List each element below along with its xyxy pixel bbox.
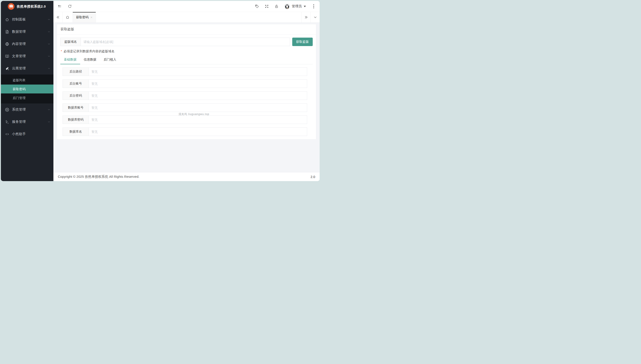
more-menu-icon[interactable] <box>312 4 316 8</box>
sidebar-item-control-panel[interactable]: 控制面板 <box>1 13 54 26</box>
sidebar-item-get-password[interactable]: 获取密码 <box>1 84 54 94</box>
sidebar-nav: 控制面板 数据管理 <box>1 12 54 181</box>
field-row: 数据库名 <box>62 128 307 136</box>
app-logo: 孜然单授权系统2.0 <box>1 1 54 12</box>
tab-bar: 获取密码 × <box>54 12 320 23</box>
sidebar-item-label: 云黑管理 <box>12 66 48 70</box>
domain-row: 盗版域名 获取盗版 <box>60 38 313 46</box>
user-menu[interactable]: 管理员 <box>284 4 306 9</box>
logo-icon <box>8 3 14 10</box>
sidebar-item-label: 小然助手 <box>12 132 50 136</box>
get-pirate-button[interactable]: 获取盗版 <box>292 38 313 46</box>
sidebar-item-pirate-list[interactable]: 盗版列表 <box>1 76 54 84</box>
sidebar-item-data-management[interactable]: 数据管理 <box>1 26 54 38</box>
double-chevron-left-icon <box>56 15 60 19</box>
tab-label: 获取密码 <box>76 15 88 19</box>
close-tab-icon[interactable]: × <box>90 16 92 19</box>
hint-text: 必须是记录到数据库内容的盗版域名 <box>64 50 114 53</box>
fullscreen-icon[interactable] <box>265 4 269 8</box>
chevron-down-icon <box>48 18 50 21</box>
home-icon <box>5 18 9 22</box>
main-area: 管理员 <box>54 1 320 181</box>
tag-icon[interactable] <box>255 4 259 8</box>
tabbar-spacer <box>96 12 301 22</box>
domain-input[interactable] <box>81 38 290 46</box>
field-row: 后台账号 <box>62 80 307 88</box>
domain-input-group: 盗版域名 <box>60 38 290 46</box>
content-area: 获取盗版 盗版域名 获取盗版 *必须是记录到数据库内容的盗版域名 <box>54 23 320 172</box>
brush-icon: A <box>5 66 9 70</box>
field-row: 数据库账号 <box>62 104 307 112</box>
required-asterisk: * <box>61 50 62 53</box>
caret-down-icon <box>304 6 306 7</box>
backend-password-input[interactable] <box>89 92 307 100</box>
topbar: 管理员 <box>54 1 320 12</box>
chevron-down-icon <box>314 15 317 19</box>
sidebar-item-backdoor-management[interactable]: 后门管理 <box>1 94 54 102</box>
file-text-icon <box>5 30 9 34</box>
tab-options-button[interactable] <box>310 12 320 22</box>
service-icon <box>5 120 9 124</box>
footer: Copyright © 2025 孜然单授权系统 All Rights Rese… <box>54 172 320 181</box>
username: 管理员 <box>292 4 302 8</box>
tab-backdoor-implant[interactable]: 后门植入 <box>100 56 120 64</box>
field-label: 数据库账号 <box>62 104 89 112</box>
code-icon <box>5 132 9 136</box>
app-title: 孜然单授权系统2.0 <box>17 4 46 9</box>
sidebar-item-article-management[interactable]: 文章管理 <box>1 50 54 62</box>
sidebar-item-service-management[interactable]: 服务管理 <box>1 116 54 128</box>
domain-label: 盗版域名 <box>60 38 81 46</box>
field-label: 数据库密码 <box>62 116 89 124</box>
card-body: 盗版域名 获取盗版 *必须是记录到数据库内容的盗版域名 基础数据 信息数据 后门… <box>57 34 316 136</box>
sidebar-item-xiaoran-assistant[interactable]: 小然助手 <box>1 128 54 140</box>
sidebar-item-label: 内容管理 <box>12 42 48 46</box>
chevron-down-icon <box>48 120 50 123</box>
sidebar-item-content-management[interactable]: 内容管理 <box>1 38 54 50</box>
chevron-down-icon <box>48 108 50 111</box>
double-chevron-right-icon <box>304 15 308 19</box>
scroll-tabs-left-button[interactable] <box>54 12 62 22</box>
required-hint: *必须是记录到数据库内容的盗版域名 <box>61 50 312 54</box>
field-label: 后台路径 <box>62 68 89 76</box>
field-list: 后台路径 后台账号 后台密码 <box>62 68 307 136</box>
tab-info-data[interactable]: 信息数据 <box>80 56 100 64</box>
field-row: 后台密码 <box>62 92 307 100</box>
book-icon <box>5 54 9 58</box>
sidebar-item-system-management[interactable]: 系统管理 <box>1 104 54 116</box>
sidebar-item-label: 系统管理 <box>12 108 48 112</box>
card-title: 获取盗版 <box>57 24 316 34</box>
sidebar-item-label: 控制面板 <box>12 17 48 22</box>
scroll-tabs-right-button[interactable] <box>301 12 310 22</box>
backend-path-input[interactable] <box>89 68 307 76</box>
home-icon <box>66 15 70 19</box>
database-password-input[interactable] <box>89 116 307 124</box>
backend-account-input[interactable] <box>89 80 307 88</box>
topbar-right: 管理员 <box>255 4 316 9</box>
refresh-icon[interactable] <box>68 4 72 8</box>
sidebar-submenu-cloud-blacklist: 盗版列表 获取密码 后门管理 <box>1 74 54 104</box>
field-label: 后台账号 <box>62 80 89 88</box>
avatar <box>284 4 290 9</box>
app-window: 孜然单授权系统2.0 控制面板 数据管理 <box>1 1 320 181</box>
database-account-input[interactable] <box>89 104 307 112</box>
chevron-up-icon <box>48 67 50 70</box>
lock-icon[interactable] <box>274 4 279 8</box>
chevron-down-icon <box>48 30 50 33</box>
get-pirate-card: 获取盗版 盗版域名 获取盗版 *必须是记录到数据库内容的盗版域名 <box>57 24 316 140</box>
sidebar: 孜然单授权系统2.0 控制面板 数据管理 <box>1 1 54 181</box>
tab-get-password[interactable]: 获取密码 × <box>73 12 96 22</box>
version-text: 2.0 <box>310 175 315 179</box>
sidebar-item-cloud-blacklist[interactable]: A 云黑管理 <box>1 62 54 74</box>
tab-basic-data[interactable]: 基础数据 <box>60 56 80 64</box>
database-name-input[interactable] <box>89 128 307 136</box>
desktop-background: 孜然单授权系统2.0 控制面板 数据管理 <box>0 0 320 182</box>
copyright-text: Copyright © 2025 孜然单授权系统 All Rights Rese… <box>58 175 139 179</box>
sidebar-item-label: 文章管理 <box>12 54 48 58</box>
field-row: 数据库密码 <box>62 116 307 124</box>
chevron-down-icon <box>48 55 50 58</box>
field-row: 后台路径 <box>62 68 307 76</box>
collapse-sidebar-icon[interactable] <box>58 4 62 8</box>
data-tabs: 基础数据 信息数据 后门植入 <box>60 56 313 64</box>
tab-home[interactable] <box>62 12 73 22</box>
sidebar-item-label: 服务管理 <box>12 120 48 124</box>
